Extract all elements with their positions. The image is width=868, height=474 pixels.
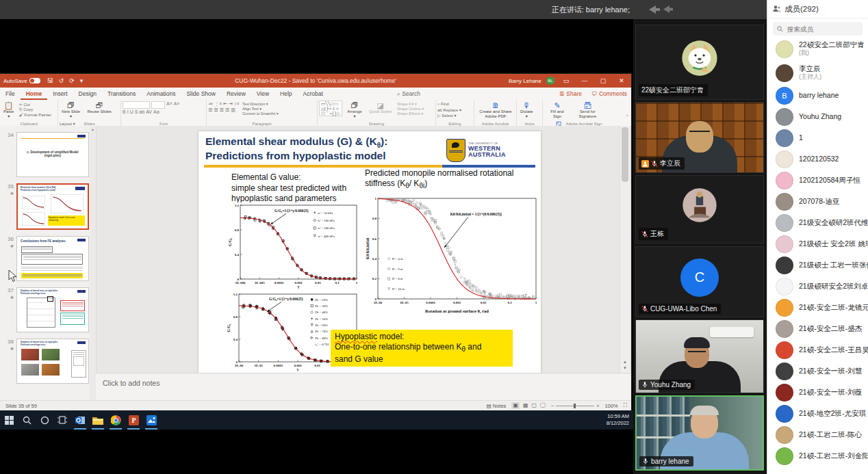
file-explorer-icon[interactable] xyxy=(89,410,107,430)
redo-icon[interactable]: ⟳ xyxy=(69,77,75,84)
close-button[interactable]: ✕ xyxy=(615,75,628,86)
shapes-gallery[interactable]: ▭╲╲□○○△⌊⌋⇨⇩☆☖⌒⌁{ }✩ xyxy=(319,101,342,116)
align-left-icon[interactable]: ☰ xyxy=(208,107,212,113)
member-row[interactable]: 22硕安全二班邵宁胄 (我) xyxy=(767,37,868,61)
tab-help[interactable]: Help xyxy=(275,88,297,100)
member-row[interactable]: 21级硕士 安全2班 姚瑞 xyxy=(767,233,868,254)
collapse-ribbon-icon[interactable]: ⌃ xyxy=(625,114,629,120)
tab-transitions[interactable]: Transitions xyxy=(102,88,141,100)
start-button[interactable] xyxy=(0,410,18,430)
numbering-icon[interactable]: ⋮≡ xyxy=(214,101,222,107)
select-button[interactable]: ▷ Select ▾ xyxy=(437,113,461,118)
member-row[interactable]: 21硕-安全一班-刘慧 xyxy=(767,360,868,382)
fill-sign-button[interactable]: ✎Fill and Sign xyxy=(544,101,570,120)
member-row[interactable]: 207078-迪亚 xyxy=(767,191,868,212)
create-pdf-button[interactable]: 🗎Create and Share Adobe PDF xyxy=(476,101,515,120)
tab-acrobat[interactable]: Acrobat xyxy=(298,88,329,100)
indent-icon[interactable]: ⇤ xyxy=(223,101,227,107)
video-tile-lee[interactable]: 李立辰 xyxy=(635,102,764,173)
align-center-icon[interactable]: ☰ xyxy=(214,107,218,113)
chrome-icon[interactable] xyxy=(107,410,125,430)
powerpoint-icon[interactable]: P xyxy=(125,410,142,430)
member-row[interactable]: 1202120584周子恒 xyxy=(767,170,868,191)
outdent-icon[interactable]: ⇥ xyxy=(229,101,233,107)
zoom-level[interactable]: 100% xyxy=(605,403,618,409)
quick-styles-button[interactable]: ◪Quick Styles xyxy=(367,101,394,115)
member-row[interactable]: 21级硕研安全2班刘卓 xyxy=(767,276,868,297)
font-name-box[interactable] xyxy=(123,101,150,109)
slide-thumbnail-preview[interactable]: Conclusions from FE analyses xyxy=(16,236,89,281)
member-row[interactable]: 21硕-地空2班-尤安琪 xyxy=(767,403,868,424)
font-style-aa-button[interactable]: Aa xyxy=(153,109,159,114)
slide-thumbnail-preview[interactable]: Elemental shear modulus (G) & (Kθ): Pred… xyxy=(16,183,89,230)
member-row[interactable]: 21硕-安全二班-王昌昊 xyxy=(767,339,868,360)
taskbar-search-button[interactable] xyxy=(18,410,36,430)
member-row[interactable]: 21硕-工岩二班-陈心 xyxy=(767,424,868,445)
zoom-slider[interactable]: −+ xyxy=(551,403,600,409)
autosave-toggle[interactable]: AutoSave xyxy=(3,78,40,84)
shape-effects-button[interactable]: Shape Effects ▾ xyxy=(397,111,424,116)
member-row[interactable]: 21级硕士 工岩一班张依杰 xyxy=(767,254,868,276)
share-button[interactable]: 🖻 Share xyxy=(559,90,582,97)
slide-thumbnail-35[interactable]: 35✱ Elemental shear modulus (G) & (Kθ): … xyxy=(0,183,89,230)
member-row[interactable]: 21硕-安全二班-盛杰 xyxy=(767,318,868,339)
justify-icon[interactable]: ☰ xyxy=(225,107,229,113)
copy-button[interactable]: ⎘ Copy xyxy=(19,107,51,112)
member-row[interactable]: 李立辰 (主持人) xyxy=(767,61,868,85)
member-row[interactable]: 1 xyxy=(767,127,868,148)
font-style-b-button[interactable]: B xyxy=(123,109,126,114)
font-style-s-button[interactable]: S xyxy=(135,109,138,114)
member-search-box[interactable] xyxy=(773,22,863,36)
video-tile-youhu[interactable]: Youhu Zhang xyxy=(635,319,764,393)
undo-icon[interactable]: ↺ xyxy=(59,77,64,84)
slide-scrollbar[interactable]: ▲▼ xyxy=(620,126,630,373)
search-box[interactable]: ⌕ Search xyxy=(397,90,420,98)
minimize-button[interactable]: — xyxy=(578,75,591,86)
fit-slide-icon[interactable]: ⛶ xyxy=(624,402,627,409)
qat-dropdown-icon[interactable]: ▾ xyxy=(80,77,84,84)
tab-view[interactable]: View xyxy=(251,88,275,100)
task-view-button[interactable] xyxy=(53,410,71,430)
member-row[interactable]: Youhu Zhang xyxy=(767,106,868,127)
send-signature-button[interactable]: 🖆Send for Signature xyxy=(573,101,602,120)
reading-view-icon[interactable]: ▢ xyxy=(532,402,537,409)
grow-font-icon[interactable]: A˄ xyxy=(166,101,173,109)
font-style-ab-button[interactable]: ab xyxy=(139,109,144,114)
slide-number-indicator[interactable]: Slide 35 of 59 xyxy=(5,403,37,409)
dictate-button[interactable]: 🎙Dictate ▾ xyxy=(518,101,535,120)
member-row[interactable]: 21级安全硕研2班代维 xyxy=(767,212,868,233)
find-button[interactable]: ⌕ Find xyxy=(437,102,461,107)
slideshow-icon[interactable]: 🖵 xyxy=(540,402,546,409)
member-search-input[interactable] xyxy=(786,25,857,34)
member-row[interactable]: B barry lehane xyxy=(767,85,868,106)
slide-thumbnail-34[interactable]: 34 c. Development of simplified Model (r… xyxy=(0,132,89,177)
shape-fill-button[interactable]: Shape Fill ▾ xyxy=(397,102,424,106)
font-style-av-button[interactable]: AV xyxy=(146,109,152,114)
member-row[interactable]: 21硕-安全二班-龙镜元 xyxy=(767,297,868,318)
normal-view-icon[interactable]: ▣ xyxy=(511,402,520,409)
font-style-u-button[interactable]: U xyxy=(130,109,133,114)
notes-pane[interactable]: Click to add notes xyxy=(96,373,631,400)
taskbar-clock[interactable]: 10:59 AM8/12/2022 xyxy=(607,413,629,427)
notes-toggle-button[interactable]: ▤ Notes xyxy=(487,403,507,409)
member-row[interactable]: 1202120532 xyxy=(767,148,868,170)
new-slide-button[interactable]: 🗇New Slide ▾ xyxy=(60,101,82,120)
slide-thumbnail-37[interactable]: 37✱ Database of lateral tests on rigid p… xyxy=(0,287,89,332)
cut-button[interactable]: ✂ Cut xyxy=(19,102,51,107)
slide-thumbnail-preview[interactable]: Database of lateral tests on rigid piles… xyxy=(16,339,89,384)
line-spacing-icon[interactable]: ↕≡ xyxy=(234,101,240,107)
slide-thumbnail-preview[interactable]: c. Development of simplified Model (rigi… xyxy=(16,132,89,177)
annotation-arrows-icon[interactable] xyxy=(642,3,678,16)
align-right-icon[interactable]: ☰ xyxy=(220,107,224,113)
current-slide-canvas[interactable]: Elemental shear modulus (G) & (Kθ): Pred… xyxy=(199,131,541,373)
comments-button[interactable]: 🗩 Comments xyxy=(591,90,627,97)
shape-outline-button[interactable]: Shape Outline ▾ xyxy=(397,107,424,111)
text-direction-button[interactable]: Text Direction ▾ xyxy=(242,102,279,106)
bullets-icon[interactable]: ≔ xyxy=(208,101,213,107)
cortana-button[interactable] xyxy=(36,410,53,430)
save-icon[interactable]: 🖫 xyxy=(47,77,53,84)
tab-design[interactable]: Design xyxy=(73,88,102,100)
video-tile-dog[interactable]: 22硕安全二班邵宁胄 xyxy=(635,25,764,100)
member-row[interactable]: 21硕-工岩二班-刘金阳 xyxy=(767,445,868,466)
tab-animations[interactable]: Animations xyxy=(141,88,181,100)
